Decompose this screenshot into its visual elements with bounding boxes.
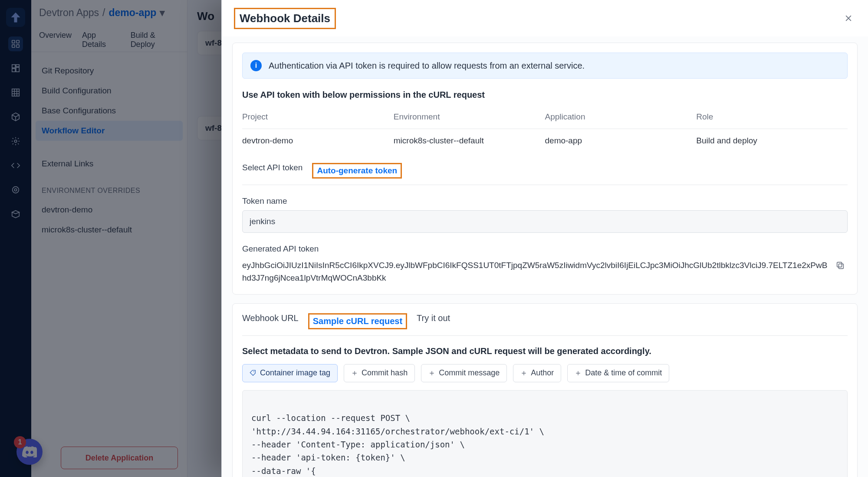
tag-icon bbox=[250, 370, 256, 377]
generated-label: Generated API token bbox=[242, 244, 848, 254]
chip-commit-hash-label: Commit hash bbox=[362, 368, 408, 378]
curl-block: curl --location --request POST \ 'http:/… bbox=[242, 390, 848, 477]
modal-body: i Authentication via API token is requir… bbox=[222, 36, 868, 477]
token-panel: i Authentication via API token is requir… bbox=[232, 43, 858, 295]
svg-point-14 bbox=[253, 371, 254, 372]
perm-hd-app: Application bbox=[545, 108, 697, 129]
plus-icon bbox=[351, 370, 358, 377]
copy-token-button[interactable] bbox=[835, 261, 848, 273]
request-panel: Webhook URL Sample cURL request Try it o… bbox=[232, 303, 858, 477]
perm-val-app: demo-app bbox=[545, 129, 697, 148]
perm-hd-project: Project bbox=[242, 108, 394, 129]
chip-datetime[interactable]: Date & time of commit bbox=[567, 364, 669, 382]
info-banner: i Authentication via API token is requir… bbox=[242, 53, 848, 79]
close-button[interactable] bbox=[841, 11, 856, 26]
perm-heading: Use API token with below permissions in … bbox=[242, 90, 848, 100]
token-name-label: Token name bbox=[242, 196, 848, 206]
curl-text: curl --location --request POST \ 'http:/… bbox=[251, 413, 544, 477]
chip-commit-msg-label: Commit message bbox=[439, 368, 500, 378]
close-icon bbox=[844, 14, 853, 23]
metadata-heading: Select metadata to send to Devtron. Samp… bbox=[242, 346, 848, 356]
modal-header: Webhook Details bbox=[222, 0, 868, 36]
token-name-input[interactable] bbox=[242, 210, 848, 233]
copy-curl-button[interactable] bbox=[828, 429, 840, 441]
chip-author-label: Author bbox=[531, 368, 554, 378]
chip-commit-msg[interactable]: Commit message bbox=[421, 364, 507, 382]
request-tabs: Webhook URL Sample cURL request Try it o… bbox=[242, 313, 848, 336]
chip-author[interactable]: Author bbox=[513, 364, 561, 382]
tab-select-token[interactable]: Select API token bbox=[242, 163, 302, 179]
perm-hd-env: Environment bbox=[394, 108, 545, 129]
svg-rect-13 bbox=[837, 262, 842, 267]
generated-token-row: eyJhbGciOiJIUzI1NiIsInR5cCI6IkpXVCJ9.eyJ… bbox=[242, 258, 848, 285]
info-text: Authentication via API token is required… bbox=[269, 61, 585, 71]
plus-icon bbox=[520, 370, 527, 377]
chip-commit-hash[interactable]: Commit hash bbox=[344, 364, 415, 382]
perm-hd-role: Role bbox=[696, 108, 848, 129]
plus-icon bbox=[428, 370, 435, 377]
perm-val-env: microk8s-cluster--default bbox=[394, 129, 545, 148]
metadata-chips: Container image tag Commit hash Commit m… bbox=[242, 364, 848, 382]
chip-image-tag-label: Container image tag bbox=[260, 368, 330, 378]
perm-table: Project Environment Application Role dev… bbox=[242, 108, 848, 148]
token-tabs: Select API token Auto-generate token bbox=[242, 163, 848, 185]
tab-curl[interactable]: Sample cURL request bbox=[308, 313, 407, 329]
info-icon: i bbox=[250, 60, 262, 71]
chip-datetime-label: Date & time of commit bbox=[585, 368, 662, 378]
webhook-modal: Webhook Details i Authentication via API… bbox=[221, 0, 868, 477]
modal-title: Webhook Details bbox=[234, 8, 336, 29]
svg-rect-12 bbox=[838, 264, 843, 268]
tab-webhook-url[interactable]: Webhook URL bbox=[242, 313, 299, 329]
perm-val-project: devtron-demo bbox=[242, 129, 394, 148]
tab-autogenerate[interactable]: Auto-generate token bbox=[312, 163, 402, 179]
perm-val-role: Build and deploy bbox=[696, 129, 848, 148]
tab-tryitout[interactable]: Try it out bbox=[417, 313, 450, 329]
copy-icon bbox=[835, 261, 845, 270]
generated-token-value: eyJhbGciOiJIUzI1NiIsInR5cCI6IkpXVCJ9.eyJ… bbox=[242, 258, 829, 285]
plus-icon bbox=[575, 370, 582, 377]
chip-image-tag[interactable]: Container image tag bbox=[242, 364, 338, 382]
